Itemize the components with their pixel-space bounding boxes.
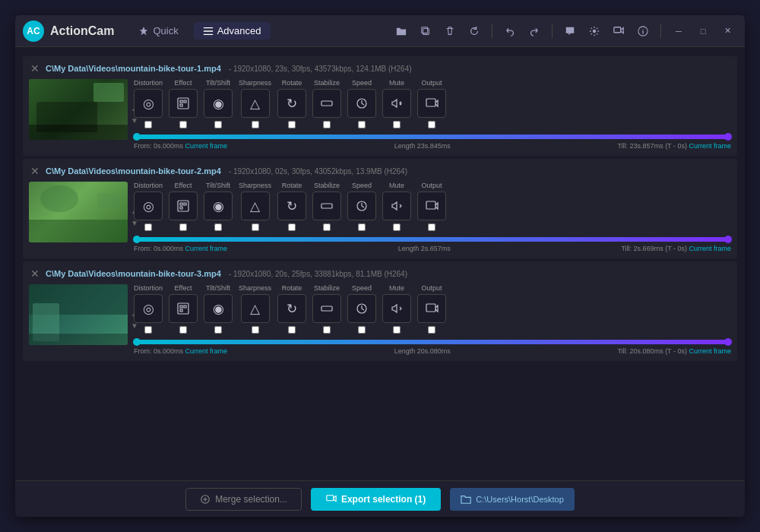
- clip-1-filename: C\My Data\Videos\mountain-bike-tour-1.mp…: [46, 64, 221, 73]
- svg-rect-8: [426, 99, 435, 106]
- clip-3-controls: Distortion ◎ Effect: [134, 284, 731, 355]
- svg-rect-16: [426, 304, 435, 312]
- clip-header-2: ✕ C\My Data\Videos\mountain-bike-tour-2.…: [29, 165, 731, 177]
- chat-btn[interactable]: [560, 21, 580, 41]
- minimize-btn[interactable]: ─: [669, 21, 689, 41]
- effect-effect-3[interactable]: Effect: [169, 284, 198, 334]
- redo-btn[interactable]: [524, 21, 544, 41]
- bottom-bar: Merge selection... Export selection (1) …: [15, 480, 745, 517]
- clip-2-right-thumb[interactable]: [724, 236, 732, 243]
- close-clip-3-btn[interactable]: ✕: [29, 268, 41, 280]
- clip-1-left-thumb[interactable]: [133, 133, 141, 141]
- svg-rect-13: [178, 303, 188, 314]
- clip-3-effects-row: Distortion ◎ Effect: [134, 284, 731, 334]
- clip-3-thumbnail: [29, 284, 128, 345]
- effect-stabilize-3[interactable]: Stabilize: [312, 284, 341, 334]
- effect-output-1[interactable]: Output: [417, 79, 446, 128]
- clip-1-controls: Distortion ◎ Effect: [134, 79, 731, 150]
- output-path-btn[interactable]: C:\Users\Horst\Desktop: [450, 488, 575, 511]
- app-window: AC ActionCam Quick Advanced: [15, 15, 745, 517]
- quick-nav-btn[interactable]: Quick: [129, 22, 187, 40]
- svg-rect-14: [321, 306, 332, 311]
- effect-stabilize-1[interactable]: Stabilize: [312, 79, 341, 128]
- main-content: ✕ C\My Data\Videos\mountain-bike-tour-1.…: [15, 47, 745, 517]
- clip-row: ✕ C\My Data\Videos\mountain-bike-tour-3.…: [23, 261, 737, 361]
- svg-rect-5: [178, 98, 188, 109]
- close-clip-1-btn[interactable]: ✕: [29, 62, 41, 74]
- effect-tiltshift-1[interactable]: Tilt/Shift ◉: [204, 79, 233, 128]
- merge-selection-btn[interactable]: Merge selection...: [185, 488, 302, 511]
- effect-tiltshift-3[interactable]: Tilt/Shift ◉: [204, 284, 233, 334]
- effect-speed-1[interactable]: Speed: [347, 79, 376, 128]
- svg-rect-3: [614, 27, 621, 32]
- clip-1-thumbnail: [29, 79, 128, 140]
- clip-1-slider[interactable]: [137, 135, 728, 139]
- effect-sharpness-1[interactable]: Sharpness △: [239, 79, 271, 128]
- clip-header-1: ✕ C\My Data\Videos\mountain-bike-tour-1.…: [29, 62, 731, 74]
- svg-rect-6: [321, 101, 332, 106]
- refresh-btn[interactable]: [464, 21, 484, 41]
- effect-output-2[interactable]: Output: [417, 182, 446, 231]
- effect-effect-2[interactable]: Effect: [169, 182, 198, 231]
- svg-rect-0: [423, 28, 429, 34]
- clip-2-controls: Distortion ◎ Effect: [134, 182, 731, 252]
- clip-1-right-thumb[interactable]: [724, 133, 732, 141]
- svg-rect-1: [422, 27, 428, 33]
- close-clip-2-btn[interactable]: ✕: [29, 165, 41, 177]
- effect-speed-3[interactable]: Speed: [347, 284, 376, 334]
- svg-rect-12: [426, 201, 435, 209]
- clip-3-body: ▲ ▼ Distortion ◎ Effect: [29, 284, 731, 355]
- undo-btn[interactable]: [500, 21, 520, 41]
- duplicate-btn[interactable]: [416, 21, 435, 41]
- clips-area: ✕ C\My Data\Videos\mountain-bike-tour-1.…: [15, 47, 745, 480]
- svg-point-2: [593, 29, 596, 32]
- advanced-nav-btn[interactable]: Advanced: [194, 22, 271, 40]
- effect-speed-2[interactable]: Speed: [347, 182, 376, 231]
- clip-1-timeline: From: 0s.000ms Current frame Length 23s.…: [134, 135, 731, 150]
- clip-2-timeline: From: 0s.000ms Current frame Length 2s.6…: [134, 237, 731, 252]
- effect-rotate-2[interactable]: Rotate ↻: [277, 182, 306, 231]
- clip-3-left-thumb[interactable]: [133, 338, 141, 346]
- clip-3-timeline: From: 0s.000ms Current frame Length 20s.…: [134, 340, 731, 355]
- clip-3-filename: C\My Data\Videos\mountain-bike-tour-3.mp…: [46, 269, 221, 278]
- toolbar-actions: ─ □ ✕: [391, 21, 737, 41]
- clip-row: ✕ C\My Data\Videos\mountain-bike-tour-2.…: [23, 159, 737, 258]
- maximize-btn[interactable]: □: [693, 21, 713, 41]
- clip-1-effects-row: Distortion ◎ Effect: [134, 79, 731, 128]
- effect-rotate-1[interactable]: Rotate ↻: [277, 79, 306, 128]
- clip-3-timeline-labels: From: 0s.000ms Current frame Length 20s.…: [134, 347, 731, 355]
- effect-sharpness-3[interactable]: Sharpness △: [239, 284, 271, 334]
- clip-2-slider[interactable]: [137, 237, 728, 242]
- effect-mute-1[interactable]: Mute: [382, 79, 411, 128]
- effect-tiltshift-2[interactable]: Tilt/Shift ◉: [204, 182, 233, 231]
- clip-header-3: ✕ C\My Data\Videos\mountain-bike-tour-3.…: [29, 268, 731, 280]
- effect-mute-2[interactable]: Mute: [382, 182, 411, 231]
- clip-2-left-thumb[interactable]: [133, 236, 141, 243]
- clip-3-slider[interactable]: [137, 340, 728, 344]
- svg-rect-10: [321, 204, 332, 208]
- settings-btn[interactable]: [584, 21, 604, 41]
- delete-btn[interactable]: [440, 21, 460, 41]
- effect-output-3[interactable]: Output: [417, 284, 446, 334]
- app-name: ActionCam: [50, 24, 114, 38]
- clip-2-thumb-wrap: ▲ ▼: [29, 182, 128, 252]
- effect-rotate-3[interactable]: Rotate ↻: [277, 284, 306, 334]
- svg-rect-18: [327, 495, 334, 500]
- clip-3-meta: - 1920x1080, 20s, 25fps, 33881kbps, 81.1…: [229, 270, 407, 278]
- export-frame-btn[interactable]: [609, 21, 629, 41]
- export-selection-btn[interactable]: Export selection (1): [311, 488, 441, 511]
- clip-2-meta: - 1920x1080, 02s, 30fps, 43052kbps, 13.9…: [229, 167, 407, 176]
- effect-effect-1[interactable]: Effect: [169, 79, 198, 128]
- clip-2-effects-row: Distortion ◎ Effect: [134, 182, 731, 231]
- open-folder-btn[interactable]: [391, 21, 411, 41]
- clip-2-thumbnail: [29, 182, 128, 242]
- clip-2-body: ▲ ▼ Distortion ◎ Effect: [29, 182, 731, 252]
- effect-sharpness-2[interactable]: Sharpness △: [239, 182, 271, 231]
- effect-mute-3[interactable]: Mute: [382, 284, 411, 334]
- effect-stabilize-2[interactable]: Stabilize: [312, 182, 341, 231]
- app-logo: AC: [23, 21, 44, 42]
- close-btn[interactable]: ✕: [717, 21, 737, 41]
- info-btn[interactable]: [633, 21, 653, 41]
- clip-3-right-thumb[interactable]: [724, 338, 732, 346]
- clip-3-thumb-wrap: ▲ ▼: [29, 284, 128, 355]
